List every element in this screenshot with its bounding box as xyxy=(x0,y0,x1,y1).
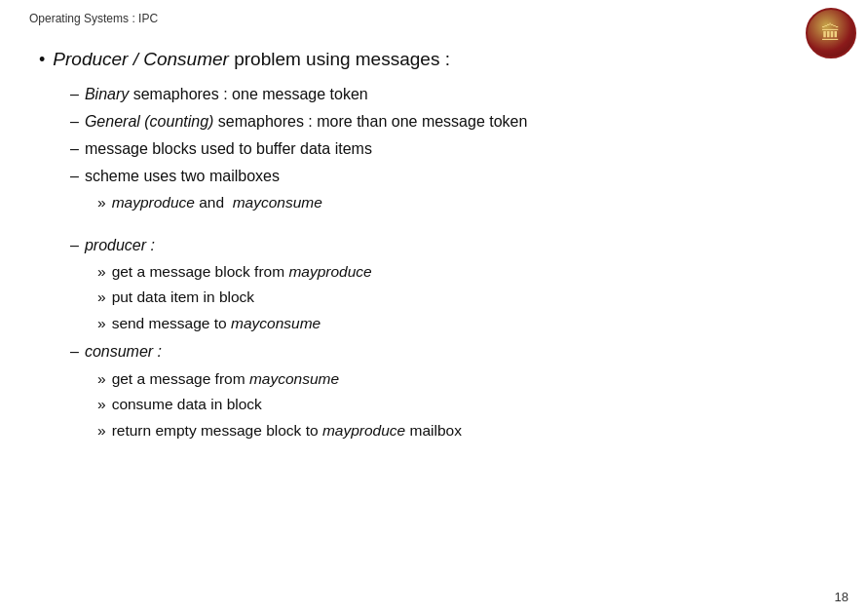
consumer-item-2-text: consume data in block xyxy=(112,394,262,415)
raquo-p3: » xyxy=(97,313,106,334)
consumer-sub-items: » get a message from mayconsume » consum… xyxy=(97,368,839,441)
raquo-c2: » xyxy=(97,394,106,415)
sub-item-scheme-text: scheme uses two mailboxes xyxy=(85,165,280,187)
mailboxes-sub: » mayproduce and mayconsume xyxy=(97,192,839,213)
logo-icon: 🏛 xyxy=(821,23,841,43)
raquo-c3: » xyxy=(97,420,106,441)
sub-item-scheme: – scheme uses two mailboxes xyxy=(70,165,839,187)
consumer-item-3-text: return empty message block to mayproduce… xyxy=(112,420,462,441)
slide-container: Operating Systems : IPC 🏛 • Producer / C… xyxy=(0,0,868,614)
producer-consumer-italic: Producer / Consumer xyxy=(53,49,229,69)
sub-item-blocks-text: message blocks used to buffer data items xyxy=(85,137,372,160)
consumer-label: consumer : xyxy=(85,340,162,363)
raquo-c1: » xyxy=(97,368,106,390)
producer-item-2-text: put data item in block xyxy=(112,287,254,308)
slide-content: • Producer / Consumer problem using mess… xyxy=(29,43,839,441)
producer-item-2: » put data item in block xyxy=(97,287,839,308)
bullet-dot: • xyxy=(39,50,45,70)
sub-items-group: – Binary semaphores : one message token … xyxy=(70,83,839,214)
university-logo: 🏛 xyxy=(806,8,856,58)
consumer-section: – consumer : » get a message from maycon… xyxy=(70,340,839,441)
mailboxes-text: mayproduce and mayconsume xyxy=(112,192,322,213)
page-number: 18 xyxy=(835,590,849,604)
producer-item-3-text: send message to mayconsume xyxy=(112,313,321,334)
producer-header: – producer : xyxy=(70,234,839,256)
sub-item-blocks: – message blocks used to buffer data ite… xyxy=(70,137,839,160)
producer-dash: – xyxy=(70,234,79,256)
producer-section: – producer : » get a message block from … xyxy=(70,234,839,335)
consumer-item-3: » return empty message block to mayprodu… xyxy=(97,420,839,441)
consumer-item-1: » get a message from mayconsume xyxy=(97,368,839,390)
dash-4: – xyxy=(70,165,79,187)
producer-label: producer : xyxy=(85,234,155,256)
consumer-header: – consumer : xyxy=(70,340,839,363)
sub-item-binary: – Binary semaphores : one message token xyxy=(70,83,839,105)
dash-1: – xyxy=(70,83,79,105)
spacer-1 xyxy=(39,220,839,234)
sub-item-general: – General (counting) semaphores : more t… xyxy=(70,110,839,133)
slide-header: Operating Systems : IPC xyxy=(29,12,839,25)
raquo-p2: » xyxy=(97,287,106,308)
sub-item-general-text: General (counting) semaphores : more tha… xyxy=(85,110,527,133)
producer-item-1: » get a message block from mayproduce xyxy=(97,261,839,283)
header-title: Operating Systems : IPC xyxy=(29,12,158,25)
consumer-item-1-text: get a message from mayconsume xyxy=(112,368,339,390)
raquo-mailboxes: » xyxy=(97,192,106,213)
producer-item-3: » send message to mayconsume xyxy=(97,313,839,334)
producer-sub-items: » get a message block from mayproduce » … xyxy=(97,261,839,334)
main-bullet-text: Producer / Consumer problem using messag… xyxy=(53,47,450,73)
dash-3: – xyxy=(70,137,79,160)
sub-item-binary-text: Binary semaphores : one message token xyxy=(85,83,368,105)
consumer-dash: – xyxy=(70,340,79,363)
producer-item-1-text: get a message block from mayproduce xyxy=(112,261,372,283)
main-bullet: • Producer / Consumer problem using mess… xyxy=(39,47,839,73)
mailboxes-item: » mayproduce and mayconsume xyxy=(97,192,839,213)
raquo-p1: » xyxy=(97,261,106,283)
main-bullet-rest: problem using messages : xyxy=(229,49,450,69)
consumer-item-2: » consume data in block xyxy=(97,394,839,415)
dash-2: – xyxy=(70,110,79,133)
